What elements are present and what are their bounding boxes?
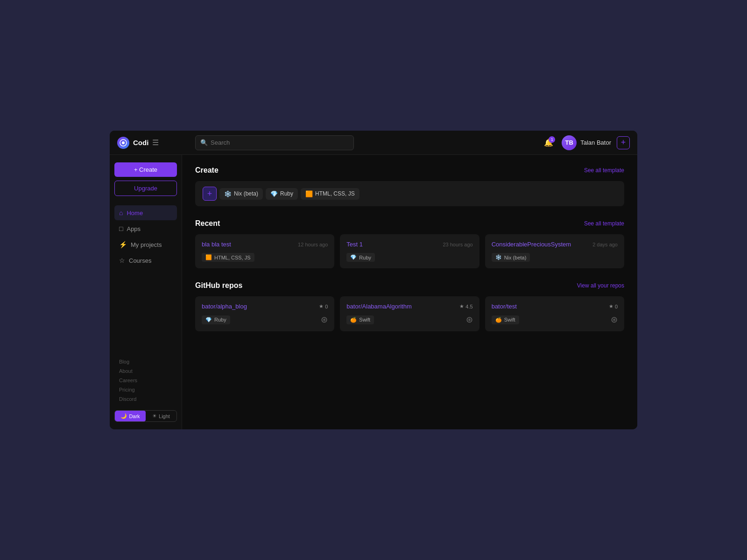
sidebar: + Create Upgrade ⌂ Home □ Apps ⚡ My proj… bbox=[110, 155, 182, 429]
avatar: TB bbox=[562, 135, 577, 150]
card-time-1: 23 hours ago bbox=[443, 242, 472, 247]
github-view-all[interactable]: View all your repos bbox=[577, 282, 624, 289]
card-name-1: Test 1 bbox=[346, 241, 363, 248]
sidebar-item-apps-label: Apps bbox=[127, 225, 141, 232]
avatar-image: TB bbox=[562, 135, 577, 150]
top-bar: Codi ☰ 🔍 🔔 1 TB Talan Bator + bbox=[110, 131, 637, 155]
github-stars-count-0: 0 bbox=[325, 304, 328, 309]
courses-icon: ☆ bbox=[119, 257, 125, 264]
topbar-right: 🔔 1 TB Talan Bator + bbox=[541, 135, 630, 150]
footer-careers[interactable]: Careers bbox=[114, 377, 177, 384]
svg-point-1 bbox=[122, 141, 125, 144]
home-icon: ⌂ bbox=[119, 209, 123, 217]
github-tag-label-1: Swift bbox=[359, 317, 370, 322]
card-tag-label-1: Ruby bbox=[359, 255, 371, 260]
footer-about[interactable]: About bbox=[114, 367, 177, 375]
github-card-header-1: bator/AlabamaAlgorithm ★ 4.5 bbox=[346, 303, 472, 310]
footer-blog[interactable]: Blog bbox=[114, 358, 177, 365]
content-area: Create See all template + ❄️ Nix (beta) … bbox=[182, 155, 637, 429]
new-template-button[interactable]: + bbox=[203, 187, 217, 201]
create-title: Create bbox=[195, 166, 218, 175]
footer-pricing[interactable]: Pricing bbox=[114, 386, 177, 393]
nix-emoji: ❄️ bbox=[224, 190, 232, 197]
card-time-0: 12 hours ago bbox=[298, 242, 328, 247]
plus-button[interactable]: + bbox=[617, 136, 630, 149]
sidebar-footer: Blog About Careers Pricing Discord 🌙 Dar… bbox=[114, 358, 177, 422]
sidebar-item-my-projects[interactable]: ⚡ My projects bbox=[114, 237, 177, 252]
card-tag-2: ❄️ Nix (beta) bbox=[492, 253, 530, 262]
github-tag-emoji-2: 🍊 bbox=[495, 317, 502, 323]
github-card-header-2: bator/test ★ 0 bbox=[492, 303, 618, 310]
footer-discord[interactable]: Discord bbox=[114, 395, 177, 403]
upgrade-button[interactable]: Upgrade bbox=[114, 181, 177, 196]
github-title: GitHub repos bbox=[195, 281, 242, 290]
sidebar-item-projects-label: My projects bbox=[131, 241, 162, 248]
template-html[interactable]: 🟧 HTML, CSS, JS bbox=[301, 188, 359, 200]
create-section-header: Create See all template bbox=[195, 166, 624, 175]
github-stars-count-2: 0 bbox=[615, 304, 618, 309]
github-tag-2: 🍊 Swift bbox=[492, 315, 519, 324]
nix-label: Nix (beta) bbox=[234, 190, 258, 197]
card-tag-emoji-1: 💎 bbox=[350, 254, 357, 260]
recent-card-1[interactable]: Test 1 23 hours ago 💎 Ruby bbox=[340, 234, 479, 268]
projects-icon: ⚡ bbox=[119, 241, 127, 248]
card-header-0: bla bla test 12 hours ago bbox=[202, 241, 328, 248]
ruby-label: Ruby bbox=[280, 190, 293, 197]
template-nix[interactable]: ❄️ Nix (beta) bbox=[219, 188, 263, 200]
github-icon-1: ⊛ bbox=[466, 315, 473, 325]
github-card-footer-1: 🍊 Swift ⊛ bbox=[346, 315, 472, 325]
sidebar-item-home[interactable]: ⌂ Home bbox=[114, 205, 177, 220]
card-header-1: Test 1 23 hours ago bbox=[346, 241, 472, 248]
search-icon: 🔍 bbox=[200, 139, 208, 146]
app-window: Codi ☰ 🔍 🔔 1 TB Talan Bator + + Create bbox=[110, 131, 637, 429]
github-stars-0: ★ 0 bbox=[319, 303, 328, 309]
main-layout: + Create Upgrade ⌂ Home □ Apps ⚡ My proj… bbox=[110, 155, 637, 429]
dark-mode-button[interactable]: 🌙 Dark bbox=[115, 411, 146, 421]
create-templates: + ❄️ Nix (beta) 💎 Ruby 🟧 HTML, CSS, JS bbox=[195, 181, 624, 206]
light-mode-button[interactable]: ☀ Light bbox=[146, 411, 176, 421]
github-tag-label-0: Ruby bbox=[214, 317, 226, 322]
menu-icon[interactable]: ☰ bbox=[152, 138, 159, 147]
search-input[interactable] bbox=[211, 139, 349, 146]
app-name: Codi bbox=[133, 139, 148, 147]
github-card-2[interactable]: bator/test ★ 0 🍊 Swift ⊛ bbox=[485, 296, 624, 331]
template-ruby[interactable]: 💎 Ruby bbox=[266, 188, 298, 200]
card-time-2: 2 days ago bbox=[592, 242, 618, 247]
create-see-all[interactable]: See all template bbox=[584, 167, 624, 174]
github-repo-name-1: bator/AlabamaAlgorithm bbox=[346, 303, 411, 310]
card-tag-1: 💎 Ruby bbox=[346, 253, 375, 262]
html-emoji: 🟧 bbox=[305, 190, 313, 197]
github-card-1[interactable]: bator/AlabamaAlgorithm ★ 4.5 🍊 Swift ⊛ bbox=[340, 296, 479, 331]
logo-area: Codi ☰ bbox=[117, 137, 190, 149]
sidebar-item-courses[interactable]: ☆ Courses bbox=[114, 253, 177, 268]
github-stars-count-1: 4.5 bbox=[465, 304, 472, 309]
star-icon-0: ★ bbox=[319, 303, 324, 309]
card-header-2: ConsiderablePreciousSystem 2 days ago bbox=[492, 241, 618, 248]
ruby-emoji: 💎 bbox=[270, 190, 278, 197]
recent-see-all[interactable]: See all template bbox=[584, 220, 624, 227]
search-bar[interactable]: 🔍 bbox=[195, 135, 354, 150]
github-icon-0: ⊛ bbox=[321, 315, 328, 325]
github-tag-emoji-0: 💎 bbox=[205, 317, 212, 323]
logo-icon bbox=[117, 137, 129, 149]
star-icon-2: ★ bbox=[609, 303, 613, 309]
recent-card-0[interactable]: bla bla test 12 hours ago 🟧 HTML, CSS, J… bbox=[195, 234, 334, 268]
card-name-2: ConsiderablePreciousSystem bbox=[492, 241, 571, 248]
github-tag-label-2: Swift bbox=[504, 317, 515, 322]
notification-button[interactable]: 🔔 1 bbox=[541, 135, 556, 150]
github-card-0[interactable]: bator/alpha_blog ★ 0 💎 Ruby ⊛ bbox=[195, 296, 334, 331]
apps-icon: □ bbox=[119, 225, 123, 232]
user-name: Talan Bator bbox=[580, 139, 611, 146]
github-cards-grid: bator/alpha_blog ★ 0 💎 Ruby ⊛ bbox=[195, 296, 624, 331]
recent-section-header: Recent See all template bbox=[195, 219, 624, 228]
recent-title: Recent bbox=[195, 219, 220, 228]
card-name-0: bla bla test bbox=[202, 241, 231, 248]
sidebar-item-apps[interactable]: □ Apps bbox=[114, 221, 177, 236]
github-card-footer-0: 💎 Ruby ⊛ bbox=[202, 315, 328, 325]
card-tag-emoji-2: ❄️ bbox=[495, 254, 502, 260]
create-button[interactable]: + Create bbox=[114, 162, 177, 177]
card-tag-emoji-0: 🟧 bbox=[205, 254, 212, 260]
recent-card-2[interactable]: ConsiderablePreciousSystem 2 days ago ❄️… bbox=[485, 234, 624, 268]
user-area[interactable]: TB Talan Bator bbox=[562, 135, 611, 150]
github-card-footer-2: 🍊 Swift ⊛ bbox=[492, 315, 618, 325]
